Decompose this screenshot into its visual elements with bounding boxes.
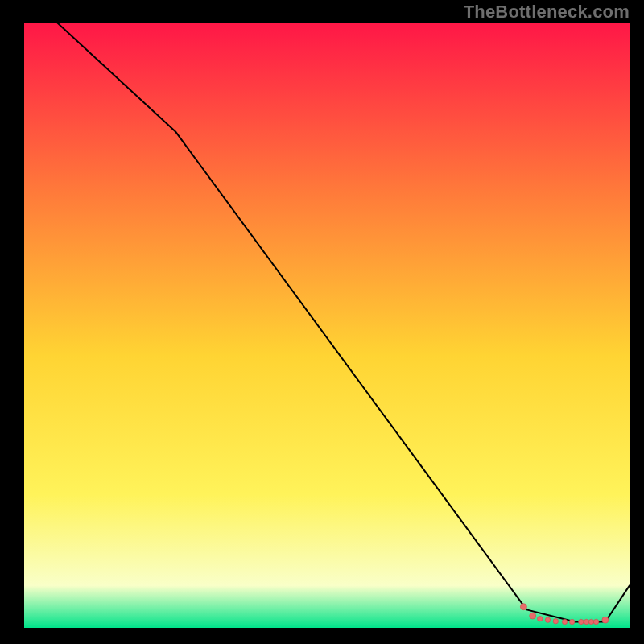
marker-gap-a — [562, 619, 567, 624]
chart-frame: TheBottleneck.com — [0, 0, 644, 644]
plot-area — [24, 23, 630, 628]
gradient-background — [24, 23, 630, 628]
marker-mid-b — [584, 619, 588, 624]
marker-gap-b — [569, 619, 574, 624]
marker-mid-c — [588, 619, 593, 624]
watermark-text: TheBottleneck.com — [464, 2, 630, 23]
marker-cluster-left-end — [520, 604, 526, 610]
marker-cluster-d — [553, 619, 558, 624]
marker-mid-d — [593, 619, 598, 624]
marker-mid-a — [579, 619, 584, 624]
marker-cluster-b — [538, 617, 543, 621]
marker-cluster-c — [545, 617, 550, 622]
marker-end-a — [602, 617, 609, 623]
marker-cluster-a — [530, 613, 536, 619]
chart-svg — [24, 23, 630, 628]
